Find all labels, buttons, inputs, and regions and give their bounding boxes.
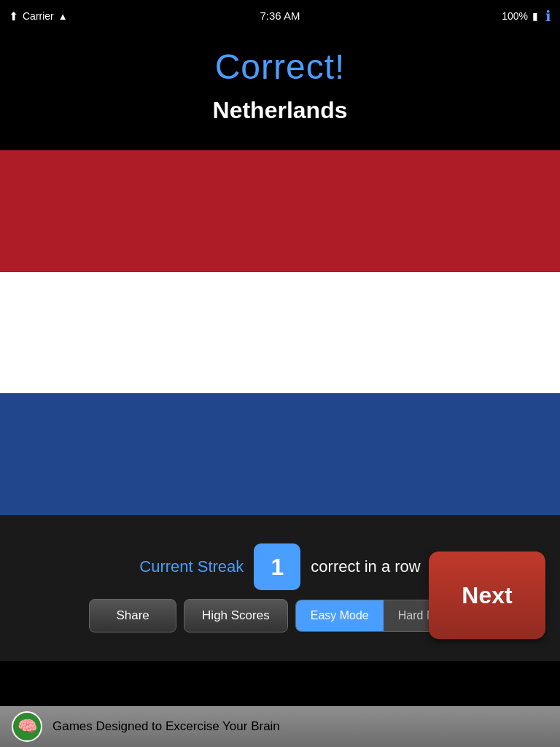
share-icon: ⬆ — [9, 9, 18, 23]
footer: 🧠 Games Designed to Excercise Your Brain — [0, 706, 560, 747]
flag-display — [0, 150, 560, 515]
flag-blue-stripe — [0, 393, 560, 515]
battery-percent: 100% — [502, 10, 528, 22]
country-name: Netherlands — [0, 91, 560, 136]
buttons-row: Share High Scores Easy Mode Hard Mode — [89, 599, 471, 632]
high-scores-button[interactable]: High Scores — [184, 599, 288, 632]
flag-red-stripe — [0, 150, 560, 272]
current-streak-label: Current Streak — [139, 557, 244, 576]
wifi-icon: ▲ — [58, 11, 68, 22]
flag-white-stripe — [0, 272, 560, 394]
footer-text: Games Designed to Excercise Your Brain — [52, 719, 280, 734]
correct-in-row-label: correct in a row — [311, 557, 420, 576]
streak-badge: 1 — [254, 543, 300, 590]
share-button[interactable]: Share — [89, 599, 176, 632]
battery-icon: ▮ — [532, 10, 538, 22]
main-content: Correct! Netherlands — [0, 32, 560, 150]
info-icon[interactable]: ℹ — [545, 7, 551, 25]
brain-icon-container: 🧠 — [12, 711, 42, 742]
status-bar: ⬆ Carrier ▲ 7:36 AM 100% ▮ ℹ — [0, 0, 560, 32]
status-right: 100% ▮ ℹ — [502, 7, 551, 25]
brain-icon: 🧠 — [18, 717, 37, 736]
easy-mode-button[interactable]: Easy Mode — [296, 600, 384, 631]
status-left: ⬆ Carrier ▲ — [9, 9, 68, 23]
status-center: 7:36 AM — [260, 9, 300, 23]
time-display: 7:36 AM — [260, 9, 300, 22]
next-button[interactable]: Next — [429, 551, 545, 639]
streak-row: Current Streak 1 correct in a row — [139, 543, 420, 590]
correct-title: Correct! — [0, 39, 560, 91]
carrier-text: Carrier — [23, 10, 54, 22]
